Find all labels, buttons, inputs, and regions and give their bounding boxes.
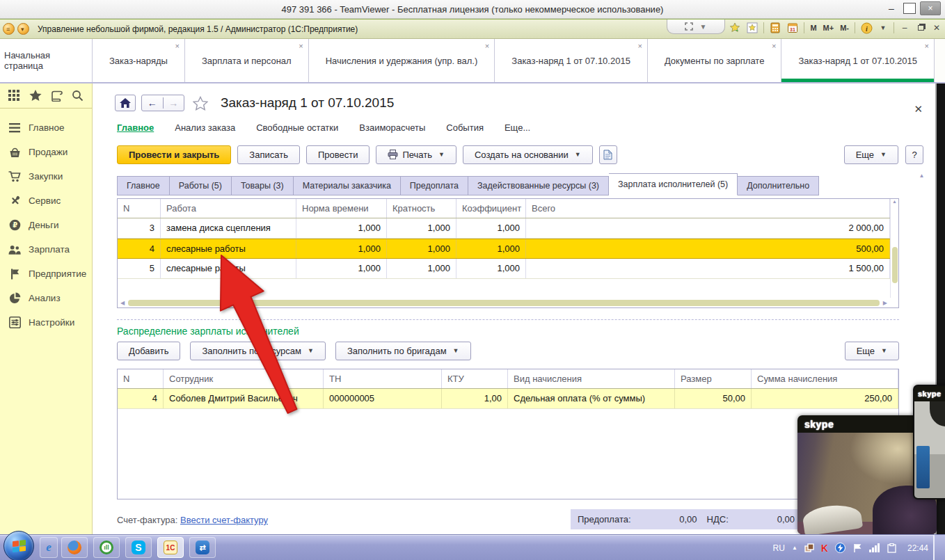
enter-invoice-link[interactable]: Ввести счет-фактуру bbox=[180, 515, 268, 525]
scroll-up-icon[interactable]: ▲ bbox=[917, 173, 926, 179]
sidebar-item[interactable]: Продажи bbox=[0, 140, 92, 164]
info-button[interactable]: i bbox=[860, 22, 873, 34]
chevron-down-icon[interactable]: ▼ bbox=[878, 24, 889, 31]
action-center-icon[interactable] bbox=[887, 543, 896, 553]
sidebar-item[interactable]: Закупки bbox=[0, 164, 92, 189]
column-header[interactable]: N bbox=[118, 199, 161, 218]
tab-close-icon[interactable]: × bbox=[772, 42, 776, 50]
app-minimize-button[interactable]: – bbox=[899, 23, 910, 33]
nav-link[interactable]: Свободные остатки bbox=[256, 122, 338, 133]
memory-plus-button[interactable]: M+ bbox=[823, 24, 835, 32]
teamviewer-panel-tab[interactable]: ▼ bbox=[667, 19, 725, 34]
table-row[interactable]: 4слесарные работы1,0001,0001,000500,00 bbox=[118, 239, 890, 259]
calendar-icon[interactable]: 31 bbox=[786, 22, 799, 34]
app-restore-button[interactable] bbox=[915, 23, 926, 33]
sidebar-item[interactable]: Предприятие bbox=[0, 262, 92, 286]
window-tab[interactable]: Зарплата и персонал × bbox=[185, 39, 309, 82]
save-button[interactable]: Записать bbox=[237, 145, 300, 164]
form-tab[interactable]: Материалы заказчика bbox=[294, 176, 401, 195]
column-header[interactable]: Норма времени bbox=[296, 199, 387, 218]
print-button[interactable]: Печать ▼ bbox=[376, 145, 456, 164]
table-row[interactable]: 5слесарные работы1,0001,0001,0001 500,00 bbox=[118, 259, 890, 279]
kaspersky-icon[interactable]: K bbox=[821, 543, 828, 554]
window-tab[interactable]: Начальная страница bbox=[0, 39, 93, 82]
column-header[interactable]: Работа bbox=[161, 199, 296, 218]
window-tab[interactable]: Заказ-наряды × bbox=[93, 39, 185, 82]
calculator-icon[interactable] bbox=[769, 22, 781, 34]
form-tab[interactable]: Дополнительно bbox=[738, 176, 819, 195]
add-button[interactable]: Добавить bbox=[117, 342, 180, 360]
taskbar-teamviewer-button[interactable]: ⇄ bbox=[189, 537, 216, 558]
show-desktop-button[interactable] bbox=[933, 535, 945, 560]
table-vertical-scrollbar[interactable]: ▲ bbox=[890, 199, 898, 298]
sections-grid-icon[interactable] bbox=[8, 90, 20, 102]
nav-link[interactable]: События bbox=[446, 122, 484, 133]
scroll-left-icon[interactable]: ◀ bbox=[120, 300, 125, 306]
taskbar-1c-button[interactable]: 1С bbox=[157, 537, 184, 558]
form-tab[interactable]: Товары (3) bbox=[232, 176, 294, 195]
scroll-up-icon[interactable]: ▲ bbox=[892, 199, 897, 204]
window-tab[interactable]: Заказ-наряд 1 от 07.10.2015 × bbox=[781, 39, 935, 82]
help-button[interactable]: ? bbox=[905, 145, 923, 164]
history-icon[interactable] bbox=[50, 90, 63, 102]
nav-link[interactable]: Главное bbox=[117, 122, 154, 133]
skype-video-window-small[interactable]: skype bbox=[913, 385, 945, 499]
maximize-button[interactable] bbox=[903, 3, 916, 14]
language-indicator[interactable]: RU bbox=[773, 543, 785, 553]
fill-by-resources-button[interactable]: Заполнить по ресурсам ▼ bbox=[190, 342, 325, 360]
form-close-icon[interactable]: ✕ bbox=[914, 103, 923, 115]
flag-icon[interactable] bbox=[852, 543, 862, 553]
forward-button[interactable]: → bbox=[164, 97, 184, 109]
nav-link[interactable]: Взаиморасчеты bbox=[359, 122, 425, 133]
distribution-more-button[interactable]: Еще ▼ bbox=[845, 342, 899, 360]
scrollbar-thumb[interactable] bbox=[128, 300, 880, 306]
favorites-star-icon[interactable] bbox=[29, 90, 42, 102]
window-tab[interactable]: Заказ-наряд 1 от 07.10.2015 × bbox=[495, 39, 648, 82]
favorites-icon[interactable] bbox=[746, 22, 759, 34]
scroll-right-icon[interactable]: ▶ bbox=[883, 300, 887, 306]
column-header[interactable]: ТН bbox=[324, 369, 442, 388]
column-header[interactable]: Кратность bbox=[387, 199, 456, 218]
column-header[interactable]: Коэффициент bbox=[456, 199, 526, 218]
home-button[interactable] bbox=[115, 95, 136, 111]
search-icon[interactable] bbox=[72, 90, 84, 102]
column-header[interactable]: Вид начисления bbox=[508, 369, 675, 388]
sidebar-item[interactable]: ₽ Деньги bbox=[0, 213, 92, 237]
sidebar-item[interactable]: Анализ bbox=[0, 286, 92, 310]
taskbar-firefox-button[interactable] bbox=[61, 537, 88, 558]
window-tab[interactable]: Документы по зарплате × bbox=[648, 39, 782, 82]
tab-close-icon[interactable]: × bbox=[299, 42, 303, 50]
table-row[interactable]: 4Соболев Дмитрий Васильевич0000000051,00… bbox=[118, 389, 898, 409]
sidebar-item[interactable]: Сервис bbox=[0, 189, 92, 213]
column-header[interactable]: Размер bbox=[675, 369, 752, 388]
taskbar-app-button[interactable]: ıll bbox=[93, 537, 120, 558]
close-button[interactable]: × bbox=[920, 1, 941, 15]
column-header[interactable]: N bbox=[118, 369, 164, 388]
column-header[interactable]: Сотрудник bbox=[164, 369, 324, 388]
post-and-close-button[interactable]: Провести и закрыть bbox=[117, 145, 231, 164]
scrollbar-thumb[interactable] bbox=[892, 247, 898, 283]
back-button[interactable]: ← bbox=[142, 97, 164, 109]
memory-minus-button[interactable]: M- bbox=[839, 24, 850, 32]
add-favorite-icon[interactable] bbox=[729, 22, 741, 34]
sidebar-item[interactable]: Зарплата bbox=[0, 237, 92, 262]
network-signal-icon[interactable] bbox=[869, 543, 880, 552]
taskbar-skype-button[interactable]: S bbox=[125, 537, 152, 558]
fill-by-brigades-button[interactable]: Заполнить по бригадам ▼ bbox=[335, 342, 471, 360]
memory-button[interactable]: M bbox=[809, 24, 817, 32]
start-button[interactable] bbox=[3, 531, 34, 560]
main-menu-button[interactable]: ≡ bbox=[3, 23, 15, 35]
column-header[interactable]: Сумма начисления bbox=[752, 369, 898, 388]
table-row[interactable]: 3замена диска сцепления1,0001,0001,0002 … bbox=[118, 218, 890, 239]
hidden-icons-button[interactable]: ▲ bbox=[792, 545, 797, 551]
clock[interactable]: 22:44 bbox=[907, 543, 928, 553]
minimize-button[interactable]: – bbox=[884, 3, 899, 14]
form-tab[interactable]: Работы (5) bbox=[170, 176, 232, 195]
linked-documents-button[interactable] bbox=[599, 145, 617, 164]
app-close-button[interactable]: ✕ bbox=[931, 23, 942, 33]
table-horizontal-scrollbar[interactable]: ◀ ▶ bbox=[118, 298, 890, 307]
form-tab[interactable]: Зарплата исполнителей (5) bbox=[609, 173, 738, 195]
taskbar-ie-button[interactable]: e bbox=[40, 537, 58, 558]
form-tab[interactable]: Задействованные ресурсы (3) bbox=[468, 176, 609, 195]
sidebar-item[interactable]: Настройки bbox=[0, 310, 92, 335]
